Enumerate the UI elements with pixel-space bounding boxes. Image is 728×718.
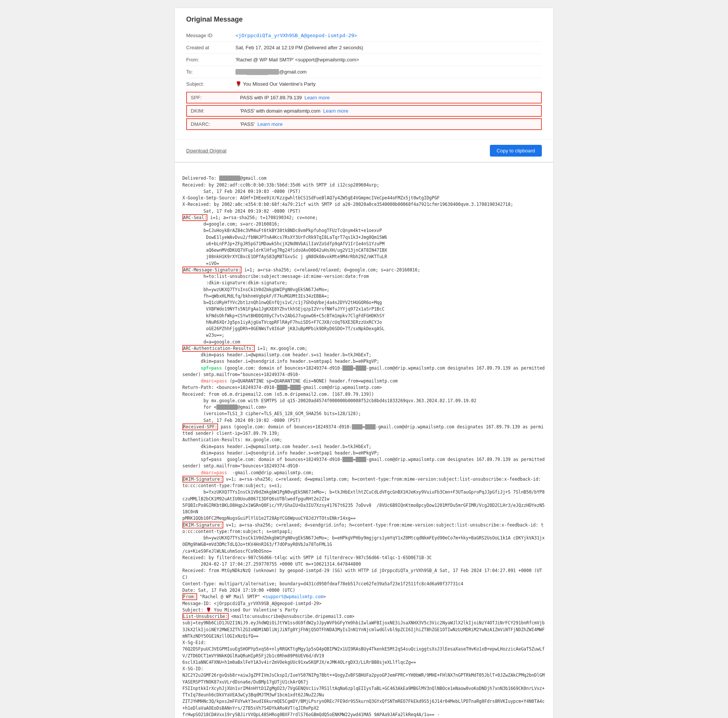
dkim-learn-more-link[interactable]: Learn more xyxy=(323,108,348,114)
from-email-link: support@wpmailsmtp.com xyxy=(265,594,323,599)
dkim-label: DKIM: xyxy=(191,108,240,114)
dmarc-learn-more-link[interactable]: Learn more xyxy=(257,121,282,127)
list-unsubscribe-highlight: List-Unsubscribe: xyxy=(182,613,229,620)
download-button[interactable]: Download Original xyxy=(186,148,226,154)
page-title: Original Message xyxy=(186,16,542,24)
dmarc-value: 'PASS' Learn more xyxy=(240,121,537,127)
to-label: To: xyxy=(186,69,235,75)
spf-label: SPF: xyxy=(191,95,240,100)
subject-text: You Missed Our Valentine's Party xyxy=(243,81,315,87)
dmarc-label: DMARC: xyxy=(191,121,240,127)
message-id-label: Message ID xyxy=(186,33,235,38)
message-id-value: <jOrppcdiQTa_yrVXh9SB_A@geopod-ismtpd-29… xyxy=(235,33,542,38)
dkim-signature-highlight: DKIM-Signature: xyxy=(182,476,223,483)
subject-value: 🌹 You Missed Our Valentine's Party xyxy=(235,81,542,87)
redacted-7: ████ xyxy=(352,424,362,430)
copy-clipboard-button[interactable]: Copy to clipboard xyxy=(490,145,542,157)
message-id-row: Message ID <jOrppcdiQTa_yrVXh9SB_A@geopo… xyxy=(186,30,542,42)
created-at-row: Created at Sat, Feb 17, 2024 at 12:19 PM… xyxy=(186,42,542,54)
actions-row: Download Original Copy to clipboard xyxy=(175,139,553,162)
to-redacted: ██████ xyxy=(235,69,279,75)
from-label: From: xyxy=(186,57,235,63)
raw-line-received: Received: by 2002:adf:cc0b:0:b0:33b:5b6d… xyxy=(182,182,379,194)
dkim-signature2-highlight: DKIM-Signature: xyxy=(182,522,223,528)
spf-value: PASS with IP 167.89.79.139 Learn more xyxy=(240,95,537,100)
dkim-row: DKIM: 'PASS' with domain wpmailsmtp.com … xyxy=(187,106,541,116)
spf-learn-more-link[interactable]: Learn more xyxy=(304,95,329,100)
dkim-value: 'PASS' with domain wpmailsmtp.com Learn … xyxy=(240,108,537,114)
arc-message-signature-highlight: ARC-Message-Signature: xyxy=(182,267,242,273)
arc-seal-highlight: ARC-Seal: xyxy=(182,214,207,221)
redacted-10: ████ xyxy=(356,457,366,462)
redacted-5: ████ xyxy=(290,385,301,390)
redacted-2: ████ xyxy=(342,365,353,371)
dmarc-row: DMARC: 'PASS' Learn more xyxy=(187,119,541,129)
raw-line-delivered: Delivered-To: ████████@gmail.com xyxy=(182,176,267,181)
heart-icon: 🌹 xyxy=(235,81,242,87)
from-value: 'Rachel @ WP Mail SMTP' <support@wpmails… xyxy=(235,57,542,63)
info-panel: Original Message Message ID <jOrppcdiQTa… xyxy=(175,8,553,139)
page-container: Original Message Message ID <jOrppcdiQTa… xyxy=(174,8,554,718)
to-row: To: ██████@gmail.com xyxy=(186,66,542,78)
redacted-8: ████ xyxy=(365,424,376,430)
created-at-value: Sat, Feb 17, 2024 at 12:19 PM (Delivered… xyxy=(235,45,542,50)
raw-email-panel: Delivered-To: ████████@gmail.com Receive… xyxy=(175,162,553,718)
from-row: From: 'Rachel @ WP Mail SMTP' <support@w… xyxy=(186,54,542,66)
received-spf-highlight: Received-SPF: xyxy=(182,423,218,430)
redacted-9: ████ xyxy=(342,457,353,462)
spf-row: SPF: PASS with IP 167.89.79.139 Learn mo… xyxy=(187,92,541,103)
dkim-highlight-box: DKIM: 'PASS' with domain wpmailsmtp.com … xyxy=(186,105,542,117)
created-at-label: Created at xyxy=(186,45,235,50)
dmarc-pass-2: dmarc=pass xyxy=(201,470,227,475)
redacted-3: ████ xyxy=(356,365,366,371)
subject-label: Subject: xyxy=(186,81,235,87)
from-highlight: From: xyxy=(182,593,197,600)
dmarc-pass-arc: dmarc=pass xyxy=(201,378,227,384)
to-value: ██████@gmail.com xyxy=(235,69,542,75)
dmarc-highlight-box: DMARC: 'PASS' Learn more xyxy=(186,118,542,130)
redacted-email-1: ████████ xyxy=(219,176,240,181)
arc-authentication-results-highlight: ARC-Authentication-Results: xyxy=(182,345,255,352)
spf-pass-arc: spf=pass xyxy=(201,365,221,371)
subject-row: Subject: 🌹 You Missed Our Valentine's Pa… xyxy=(186,78,542,90)
redacted-4: ████ xyxy=(277,385,287,390)
redacted-6: ████████ xyxy=(217,404,237,410)
spf-highlight-box: SPF: PASS with IP 167.89.79.139 Learn mo… xyxy=(186,92,542,103)
